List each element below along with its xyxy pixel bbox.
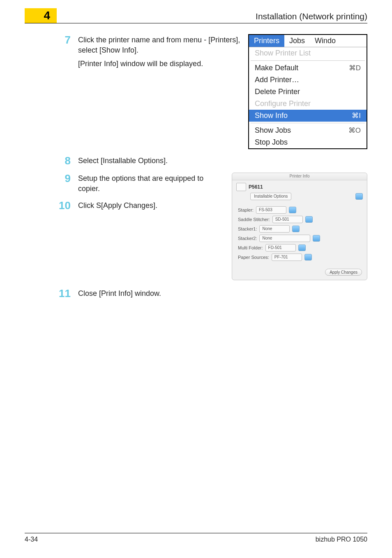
apply-changes-button[interactable]: Apply Changes (325, 269, 362, 276)
menu-delete-printer[interactable]: Delete Printer (249, 86, 367, 98)
step-number-8: 8 (58, 155, 78, 167)
saddle-select[interactable]: SD-501 (272, 216, 303, 223)
stapler-select[interactable]: FS-503 (256, 206, 286, 214)
chapter-number: 4 (44, 9, 50, 22)
menubar-window[interactable]: Windo (310, 35, 341, 47)
menu-add-printer[interactable]: Add Printer… (249, 74, 367, 86)
menu-show-info-shortcut: ⌘I (352, 111, 361, 120)
menu-show-jobs-shortcut: ⌘O (348, 126, 361, 135)
papersources-dropdown-icon[interactable] (304, 254, 312, 261)
stacker2-label: Stacker2: (238, 236, 257, 241)
printer-info-title: Printer Info (232, 173, 367, 180)
step-8-text: Select [Installable Options]. (78, 156, 367, 166)
menubar-jobs[interactable]: Jobs (284, 35, 310, 47)
printer-info-dialog: Printer Info P5611 Installable Options S… (232, 173, 367, 280)
page-number: 4-34 (25, 536, 38, 543)
step-number-9: 9 (58, 173, 78, 184)
stacker2-dropdown-icon[interactable] (313, 235, 320, 242)
menu-separator (251, 60, 365, 61)
papersources-label: Paper Sources: (238, 255, 269, 260)
menu-show-info-label: Show Info (255, 111, 288, 120)
product-name: bizhub PRO 1050 (316, 536, 367, 543)
step-number-10: 10 (58, 200, 78, 212)
multifolder-label: Multi Folder: (238, 245, 263, 250)
page-title: Installation (Network printing) (57, 11, 367, 21)
tab-dropdown-button[interactable] (355, 193, 363, 200)
menu-add-printer-label: Add Printer… (255, 76, 299, 84)
stapler-label: Stapler: (238, 208, 254, 212)
menu-show-jobs[interactable]: Show Jobs ⌘O (249, 125, 367, 136)
printer-icon (236, 183, 246, 191)
stapler-dropdown-icon[interactable] (289, 207, 296, 213)
tab-installable-options[interactable]: Installable Options (250, 193, 291, 200)
papersources-select[interactable]: PF-701 (272, 254, 302, 261)
stacker1-dropdown-icon[interactable] (292, 226, 300, 232)
step-number-11: 11 (58, 288, 78, 300)
step-11-text: Close [Print Info] window. (78, 288, 367, 299)
menu-make-default-shortcut: ⌘D (349, 64, 361, 72)
printers-menu-illustration: Printers Jobs Windo Show Printer List Ma… (248, 34, 367, 149)
menu-make-default[interactable]: Make Default ⌘D (249, 62, 367, 74)
stacker1-label: Stacker1: (238, 226, 257, 231)
step-number-7: 7 (58, 34, 78, 46)
step-7-line2: [Printer Info] window will be displayed. (78, 59, 243, 69)
menu-configure-printer: Configure Printer (249, 98, 367, 110)
multifolder-dropdown-icon[interactable] (298, 244, 306, 251)
stacker1-select[interactable]: None (259, 225, 290, 233)
menu-show-printer-list-label: Show Printer List (255, 49, 311, 58)
menu-stop-jobs[interactable]: Stop Jobs (249, 136, 367, 148)
menu-show-jobs-label: Show Jobs (255, 126, 291, 135)
saddle-dropdown-icon[interactable] (305, 216, 313, 223)
menu-separator (251, 123, 365, 123)
menu-show-printer-list: Show Printer List (249, 47, 367, 59)
menu-configure-printer-label: Configure Printer (255, 99, 311, 108)
menu-stop-jobs-label: Stop Jobs (255, 138, 288, 147)
menu-delete-printer-label: Delete Printer (255, 88, 300, 96)
step-9-text: Setup the options that are equipped to c… (78, 173, 227, 194)
multifolder-select[interactable]: FD-501 (265, 244, 296, 251)
menubar-printers[interactable]: Printers (249, 35, 284, 47)
chapter-tab: 4 (25, 8, 57, 23)
saddle-label: Saddle Stitcher: (238, 217, 270, 222)
step-10-text: Click S[Apply Changes]. (78, 201, 227, 211)
printer-model: P5611 (249, 184, 263, 190)
menu-show-info[interactable]: Show Info ⌘I (249, 110, 367, 122)
stacker2-select[interactable]: None (259, 235, 310, 242)
step-7-line1: Click the printer name and from menu - [… (78, 35, 243, 55)
menu-make-default-label: Make Default (255, 64, 298, 72)
